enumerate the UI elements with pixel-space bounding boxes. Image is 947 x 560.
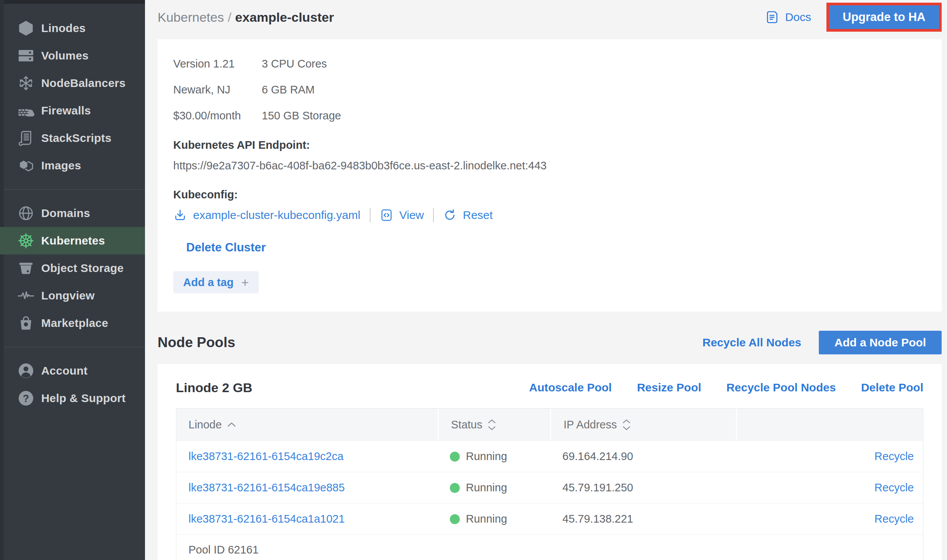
sidebar-item-label: Linodes	[41, 22, 85, 35]
recycle-node-link[interactable]: Recycle	[875, 450, 914, 463]
ip-cell: 45.79.138.221	[550, 513, 736, 525]
separator	[433, 208, 434, 222]
resize-pool-link[interactable]: Resize Pool	[637, 381, 701, 394]
cluster-region: Newark, NJ	[173, 81, 262, 98]
sort-both-icon	[622, 419, 631, 431]
delete-pool-link[interactable]: Delete Pool	[861, 381, 923, 394]
cluster-price: $30.00/month	[173, 107, 262, 124]
pool-name: Linode 2 GB	[176, 380, 252, 395]
kubeconfig-view-link[interactable]: View	[380, 208, 424, 222]
column-header-ip-address[interactable]: IP Address	[550, 409, 736, 441]
ip-address: 45.79.191.250	[562, 481, 633, 494]
column-header-status[interactable]: Status	[438, 409, 550, 441]
volumes-icon	[17, 47, 35, 65]
column-header-linode[interactable]: Linode	[176, 409, 438, 441]
table-row: lke38731-62161-6154ca19c2ca Running 69.1…	[176, 441, 923, 472]
status-label: Running	[466, 513, 507, 525]
ip-address: 69.164.214.90	[562, 450, 633, 463]
recycle-pool-nodes-link[interactable]: Recycle Pool Nodes	[726, 381, 836, 394]
pool-id-label: Pool ID 62161	[188, 544, 259, 556]
linode-cell: lke38731-62161-6154ca19e885	[176, 481, 438, 494]
linode-link[interactable]: lke38731-62161-6154ca19e885	[188, 481, 345, 494]
action-cell: Recycle	[736, 513, 923, 525]
node-pools-header: Node Pools Recycle All Nodes Add a Node …	[158, 331, 942, 354]
linode-cell: lke38731-62161-6154ca1a1021	[176, 513, 438, 525]
sidebar-item-label: Account	[41, 364, 87, 377]
sidebar-top-strip	[0, 0, 145, 4]
sidebar-item-linodes[interactable]: Linodes	[0, 14, 145, 42]
recycle-all-nodes-link[interactable]: Recycle All Nodes	[702, 336, 801, 349]
column-label: Status	[451, 418, 482, 431]
sidebar-item-account[interactable]: Account	[0, 357, 145, 385]
status-running-dot	[450, 452, 460, 462]
cluster-summary-card: Version 1.21 3 CPU Cores Newark, NJ 6 GB…	[158, 39, 942, 312]
docs-link[interactable]: Docs	[765, 10, 811, 24]
breadcrumb-section[interactable]: Kubernetes	[158, 10, 224, 24]
api-endpoint-label: Kubernetes API Endpoint:	[173, 137, 926, 153]
sidebar-item-label: Images	[41, 159, 81, 172]
node-pools-actions: Recycle All Nodes Add a Node Pool	[702, 331, 942, 354]
add-tag-button[interactable]: Add a tag +	[173, 271, 259, 293]
sidebar-item-label: Object Storage	[41, 262, 124, 275]
sidebar-item-firewalls[interactable]: Firewalls	[0, 97, 145, 124]
object-storage-icon	[17, 259, 35, 277]
breadcrumb-separator: /	[228, 10, 231, 24]
ip-cell: 69.164.214.90	[550, 450, 736, 463]
status-cell: Running	[438, 481, 550, 494]
upgrade-to-ha-button[interactable]: Upgrade to HA	[829, 5, 939, 29]
ip-cell: 45.79.191.250	[550, 481, 736, 494]
cluster-cpu: 3 CPU Cores	[262, 55, 341, 72]
recycle-node-link[interactable]: Recycle	[875, 513, 914, 525]
delete-cluster-link[interactable]: Delete Cluster	[186, 241, 266, 254]
view-label: View	[399, 209, 424, 222]
separator	[370, 208, 370, 222]
sidebar-item-images[interactable]: Images	[0, 152, 145, 179]
plus-icon: +	[241, 276, 249, 289]
ip-address: 45.79.138.221	[562, 513, 633, 525]
domains-icon	[17, 204, 35, 222]
column-label: Linode	[188, 418, 222, 431]
cluster-version: Version 1.21	[173, 55, 262, 72]
download-icon	[173, 208, 187, 222]
kubeconfig-reset-link[interactable]: Reset	[443, 208, 493, 222]
autoscale-pool-link[interactable]: Autoscale Pool	[529, 381, 612, 394]
sidebar-item-volumes[interactable]: Volumes	[0, 42, 145, 69]
linode-link[interactable]: lke38731-62161-6154ca19c2ca	[188, 450, 343, 463]
status-running-dot	[450, 483, 460, 493]
sidebar-item-marketplace[interactable]: Marketplace	[0, 309, 145, 337]
docs-label: Docs	[785, 11, 811, 24]
table-footer-row: Pool ID 62161	[176, 534, 923, 560]
firewalls-icon	[17, 101, 35, 120]
sidebar-item-object-storage[interactable]: Object Storage	[0, 254, 145, 282]
kubeconfig-download-link[interactable]: example-cluster-kubeconfig.yaml	[173, 208, 361, 222]
svg-text:?: ?	[23, 393, 29, 404]
sidebar-item-help-support[interactable]: ? Help & Support	[0, 385, 145, 412]
add-node-pool-button[interactable]: Add a Node Pool	[819, 331, 942, 354]
status-running-dot	[450, 514, 460, 524]
main-content: Kubernetes/example-cluster Docs Upgrade …	[145, 0, 947, 560]
status-label: Running	[466, 481, 507, 494]
reset-label: Reset	[463, 209, 493, 222]
linode-link[interactable]: lke38731-62161-6154ca1a1021	[188, 513, 345, 525]
sidebar-item-label: StackScripts	[41, 132, 111, 145]
status-cell: Running	[438, 450, 550, 463]
reset-icon	[443, 208, 457, 222]
recycle-node-link[interactable]: Recycle	[875, 481, 914, 494]
linode-cell: lke38731-62161-6154ca19c2ca	[176, 450, 438, 463]
sidebar-item-kubernetes[interactable]: Kubernetes	[0, 227, 145, 254]
sidebar-item-label: Volumes	[41, 49, 89, 62]
sidebar-item-longview[interactable]: Longview	[0, 282, 145, 309]
sidebar-item-domains[interactable]: Domains	[0, 200, 145, 227]
sidebar-item-nodebalancers[interactable]: NodeBalancers	[0, 69, 145, 97]
view-code-icon	[380, 208, 393, 222]
sidebar-divider	[4, 189, 145, 190]
table-row: lke38731-62161-6154ca1a1021 Running 45.7…	[176, 503, 923, 534]
kubeconfig-file-name: example-cluster-kubeconfig.yaml	[193, 209, 361, 222]
sidebar-item-stackscripts[interactable]: StackScripts	[0, 124, 145, 152]
stackscripts-icon	[17, 129, 35, 147]
sidebar: Linodes Volumes NodeBalancers	[0, 0, 145, 560]
action-cell: Recycle	[736, 481, 923, 494]
longview-icon	[17, 286, 35, 305]
column-header-actions	[736, 409, 923, 441]
status-label: Running	[466, 450, 507, 463]
